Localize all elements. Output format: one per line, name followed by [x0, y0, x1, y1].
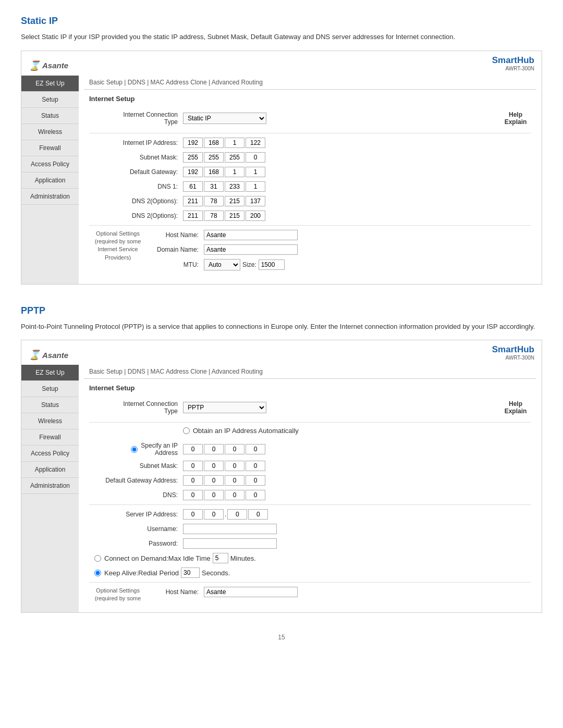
dns2-3[interactable] [246, 196, 265, 206]
server-ip-1[interactable] [204, 509, 224, 520]
connect-demand-radio[interactable] [94, 555, 101, 562]
connection-type-select-1[interactable]: Static IP [183, 113, 266, 124]
password-input[interactable] [183, 538, 277, 549]
sidebar-item-wireless-1[interactable]: Wireless [21, 124, 79, 140]
connection-type-row-2: Internet ConnectionType PPTP Help Explai… [89, 397, 531, 418]
static-ip-title: Static IP [21, 16, 542, 27]
sidebar-item-setup-2[interactable]: Setup [21, 381, 79, 397]
pptp-subnet-3[interactable] [246, 461, 265, 471]
gw-1[interactable] [204, 167, 224, 177]
dns1-3[interactable] [246, 181, 265, 192]
sidebar-item-admin-2[interactable]: Administration [21, 478, 79, 494]
gw-3[interactable] [246, 167, 265, 177]
sidebar-item-setup-1[interactable]: Setup [21, 92, 79, 108]
dns3-0[interactable] [183, 211, 203, 221]
sep-2 [89, 225, 531, 226]
help-explain-1[interactable]: Help Explain [500, 108, 531, 129]
dns-label-2: DNS: [89, 491, 183, 499]
server-ip-control: . [183, 509, 268, 520]
help-explain-2[interactable]: Help Explain [500, 397, 531, 418]
dns1-1[interactable] [204, 181, 224, 192]
panel-header-1: ⌛ Asante SmartHub AWRT-300N [21, 51, 542, 76]
smarthub-name-1: SmartHub [492, 55, 534, 65]
sidebar-item-ezsetup-2[interactable]: EZ Set Up [21, 365, 79, 381]
sidebar-item-accesspolicy-2[interactable]: Access Policy [21, 446, 79, 462]
specify-ip-control [183, 444, 265, 454]
pptp-subnet-1[interactable] [204, 461, 224, 471]
connect-demand-unit: Minutes. [230, 554, 256, 562]
host-name-input-2[interactable] [204, 587, 298, 597]
obtain-auto-row: Obtain an IP Address Automatically [183, 427, 531, 438]
pptp-dns-0[interactable] [183, 490, 203, 500]
internet-ip-1[interactable] [204, 138, 224, 148]
panel-body-2: EZ Set Up Setup Status Wireless Firewall… [21, 365, 542, 612]
pptp-gw-1[interactable] [204, 475, 224, 486]
server-ip-0[interactable] [183, 509, 203, 520]
domain-name-input-1[interactable] [204, 244, 298, 255]
mtu-size-input-1[interactable] [259, 260, 285, 270]
subnet-2[interactable] [225, 152, 244, 163]
internet-ip-3[interactable] [246, 138, 265, 148]
specify-ip-2[interactable] [225, 444, 244, 454]
connection-type-control-1: Static IP [183, 113, 266, 124]
connect-demand-time[interactable] [213, 553, 228, 563]
sidebar-item-firewall-2[interactable]: Firewall [21, 429, 79, 446]
pptp-subnet-0[interactable] [183, 461, 203, 471]
dns2-1[interactable] [204, 196, 224, 206]
sidebar-item-ezsetup-1[interactable]: EZ Set Up [21, 76, 79, 92]
subnet-0[interactable] [183, 152, 203, 163]
dns2-0[interactable] [183, 196, 203, 206]
sidebar-item-wireless-2[interactable]: Wireless [21, 413, 79, 429]
sidebar-item-status-1[interactable]: Status [21, 108, 79, 124]
sidebar-item-admin-1[interactable]: Administration [21, 189, 79, 205]
username-input[interactable] [183, 524, 277, 534]
connection-type-select-2[interactable]: PPTP [183, 402, 266, 413]
subnet-1[interactable] [204, 152, 224, 163]
mtu-row-1: MTU: Auto Size: [152, 259, 531, 270]
dns1-2[interactable] [225, 181, 244, 192]
sep-3 [89, 422, 531, 423]
keep-alive-row: Keep Alive:Redial Period Seconds. [94, 567, 531, 578]
pptp-dns-2[interactable] [225, 490, 244, 500]
mtu-mode-select-1[interactable]: Auto [204, 259, 240, 270]
dns3-3[interactable] [246, 211, 265, 221]
sidebar-item-firewall-1[interactable]: Firewall [21, 140, 79, 156]
keep-alive-period[interactable] [181, 567, 200, 578]
gw-2[interactable] [225, 167, 244, 177]
keep-alive-radio[interactable] [94, 570, 101, 576]
dns3-2[interactable] [225, 211, 244, 221]
host-name-input-1[interactable] [204, 230, 298, 240]
specify-ip-3[interactable] [246, 444, 265, 454]
sidebar-item-status-2[interactable]: Status [21, 397, 79, 413]
dns3-1[interactable] [204, 211, 224, 221]
sidebar-item-application-2[interactable]: Application [21, 462, 79, 478]
sidebar-item-application-1[interactable]: Application [21, 172, 79, 189]
pptp-gw-0[interactable] [183, 475, 203, 486]
dns1-0[interactable] [183, 181, 203, 192]
pptp-gw-2[interactable] [225, 475, 244, 486]
internet-ip-2[interactable] [225, 138, 244, 148]
subnet-mask-label: Subnet Mask: [89, 154, 183, 161]
optional-label-2: Optional Settings(required by some [89, 587, 152, 603]
specify-ip-1[interactable] [204, 444, 224, 454]
gw-0[interactable] [183, 167, 203, 177]
pptp-dns-3[interactable] [246, 490, 265, 500]
obtain-auto-radio-row: Obtain an IP Address Automatically [183, 427, 299, 435]
pptp-subnet-2[interactable] [225, 461, 244, 471]
server-ip-3[interactable] [248, 509, 268, 520]
specify-ip-0[interactable] [183, 444, 203, 454]
username-label: Username: [89, 525, 183, 533]
internet-ip-0[interactable] [183, 138, 203, 148]
specify-ip-radio[interactable] [131, 446, 138, 453]
server-ip-2[interactable] [227, 509, 247, 520]
sidebar-item-accesspolicy-1[interactable]: Access Policy [21, 156, 79, 172]
obtain-auto-radio[interactable] [183, 427, 190, 434]
mtu-size-label-1: Size: [242, 261, 256, 268]
specify-ip-text: Specify an IPAddress [141, 442, 178, 456]
subnet-3[interactable] [246, 152, 265, 163]
pptp-panel: ⌛ Asante SmartHub AWRT-300N EZ Set Up Se… [21, 340, 542, 613]
pptp-dns-1[interactable] [204, 490, 224, 500]
dns2-2[interactable] [225, 196, 244, 206]
pptp-gw-3[interactable] [246, 475, 265, 486]
default-gw-label-2: Default Gateway Address: [89, 477, 183, 484]
